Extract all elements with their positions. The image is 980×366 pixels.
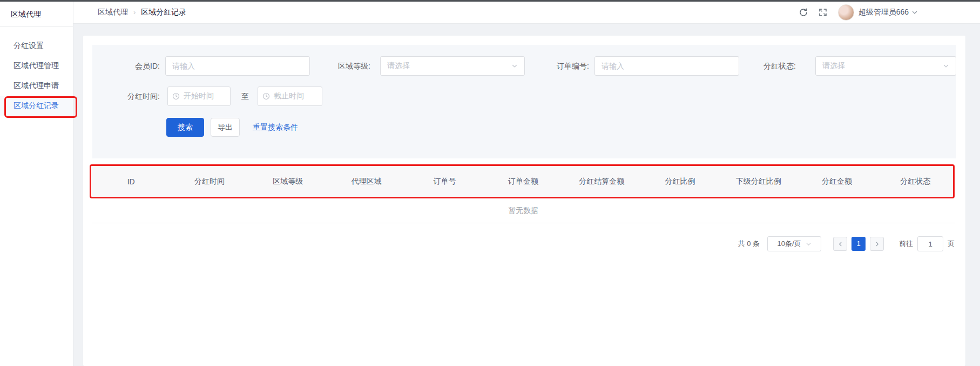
goto-suffix: 页 xyxy=(948,239,955,249)
table-header-settlement-amount[interactable]: 分红结算金额 xyxy=(563,177,641,187)
table-header-id[interactable]: ID xyxy=(92,177,170,186)
start-time-placeholder: 开始时间 xyxy=(184,91,226,101)
sidebar-item-agent-application[interactable]: 区域代理申请 xyxy=(0,76,73,96)
table-header-dividend-time[interactable]: 分红时间 xyxy=(170,177,248,187)
reset-search-link[interactable]: 重置搜索条件 xyxy=(253,118,298,137)
table-header-dividend-amount[interactable]: 分红金额 xyxy=(797,177,876,187)
end-time-picker[interactable]: 截止时间 xyxy=(258,86,322,106)
order-no-label: 订单编号: xyxy=(522,56,589,76)
table-header-agent-region[interactable]: 代理区域 xyxy=(327,177,405,187)
chevron-down-icon xyxy=(511,63,518,69)
sidebar-item-dividend-records[interactable]: 区域分红记录 xyxy=(0,96,73,116)
dividend-status-label: 分红状态: xyxy=(728,56,796,76)
topbar-tools: 超级管理员666 xyxy=(789,4,918,21)
goto-page-input[interactable] xyxy=(917,236,943,251)
member-id-field[interactable] xyxy=(172,62,303,70)
topbar: 区域代理›区域分红记录 超级管理员666 xyxy=(73,2,980,24)
sidebar-item-label: 分红设置 xyxy=(13,41,44,50)
breadcrumb-separator: › xyxy=(133,8,136,16)
chevron-down-icon[interactable] xyxy=(911,9,918,16)
chevron-right-icon xyxy=(874,241,880,247)
region-level-label: 区域等级: xyxy=(306,56,370,76)
sidebar-item-label: 区域代理申请 xyxy=(13,81,59,90)
region-level-placeholder: 请选择 xyxy=(387,61,511,71)
order-no-input[interactable] xyxy=(594,56,739,76)
end-time-placeholder: 截止时间 xyxy=(274,91,317,101)
sidebar-title: 区域代理 xyxy=(0,2,73,27)
search-filter-panel: 会员ID: 区域等级: 请选择 订单编号: 分红状态: 请选择 分红时间: xyxy=(92,45,956,158)
goto-label: 前往 xyxy=(899,239,913,249)
sidebar-menu: 分红设置 区域代理管理 区域代理申请 区域分红记录 xyxy=(0,27,73,116)
breadcrumb-parent[interactable]: 区域代理 xyxy=(98,8,128,16)
page-number-current[interactable]: 1 xyxy=(851,237,866,251)
page-size-select[interactable]: 10条/页 xyxy=(767,236,821,251)
table-empty-text: 暂无数据 xyxy=(92,197,955,223)
sidebar-item-dividend-settings[interactable]: 分红设置 xyxy=(0,36,73,56)
breadcrumb: 区域代理›区域分红记录 xyxy=(98,8,186,17)
sidebar-item-label: 区域代理管理 xyxy=(13,61,59,70)
sidebar-item-label: 区域分红记录 xyxy=(13,101,59,110)
clock-icon xyxy=(262,92,270,100)
pagination: 共 0 条 10条/页 1 前往 页 xyxy=(738,236,955,251)
user-name[interactable]: 超级管理员666 xyxy=(859,8,909,17)
sidebar-item-agent-management[interactable]: 区域代理管理 xyxy=(0,56,73,76)
member-id-label: 会员ID: xyxy=(106,56,160,76)
clock-icon xyxy=(172,92,180,100)
table-header-sub-dividend-ratio[interactable]: 下级分红比例 xyxy=(719,177,797,187)
dividend-time-label: 分红时间: xyxy=(106,86,160,106)
chevron-left-icon xyxy=(837,241,843,247)
table-header-row: ID 分红时间 区域等级 代理区域 订单号 订单金额 分红结算金额 分红比例 下… xyxy=(92,166,955,197)
start-time-picker[interactable]: 开始时间 xyxy=(167,86,231,106)
window-top-strip xyxy=(0,0,980,2)
region-level-select[interactable]: 请选择 xyxy=(380,56,525,76)
chevron-down-icon xyxy=(943,63,949,69)
next-page-button[interactable] xyxy=(870,237,884,251)
member-id-input[interactable] xyxy=(165,56,310,76)
refresh-icon[interactable] xyxy=(798,7,809,18)
table-header-order-no[interactable]: 订单号 xyxy=(405,177,484,187)
pagination-total: 共 0 条 xyxy=(738,239,760,249)
chevron-down-icon xyxy=(806,241,812,247)
order-no-field[interactable] xyxy=(601,62,732,70)
search-button[interactable]: 搜索 xyxy=(166,118,204,137)
table-header-order-amount[interactable]: 订单金额 xyxy=(484,177,562,187)
breadcrumb-current: 区域分红记录 xyxy=(141,8,186,16)
page-size-value: 10条/页 xyxy=(777,239,801,249)
content-card: 会员ID: 区域等级: 请选择 订单编号: 分红状态: 请选择 分红时间: xyxy=(83,36,965,366)
sidebar: 区域代理 分红设置 区域代理管理 区域代理申请 区域分红记录 xyxy=(0,2,73,366)
export-button[interactable]: 导出 xyxy=(211,118,240,137)
table-header-dividend-ratio[interactable]: 分红比例 xyxy=(641,177,719,187)
date-range-separator: 至 xyxy=(236,86,254,106)
dividend-status-select[interactable]: 请选择 xyxy=(815,56,956,76)
avatar[interactable] xyxy=(838,4,854,21)
prev-page-button[interactable] xyxy=(833,237,847,251)
fullscreen-icon[interactable] xyxy=(817,7,828,18)
table-header-dividend-status[interactable]: 分红状态 xyxy=(876,177,955,187)
dividend-status-placeholder: 请选择 xyxy=(822,61,943,71)
table-header-region-level[interactable]: 区域等级 xyxy=(249,177,327,187)
